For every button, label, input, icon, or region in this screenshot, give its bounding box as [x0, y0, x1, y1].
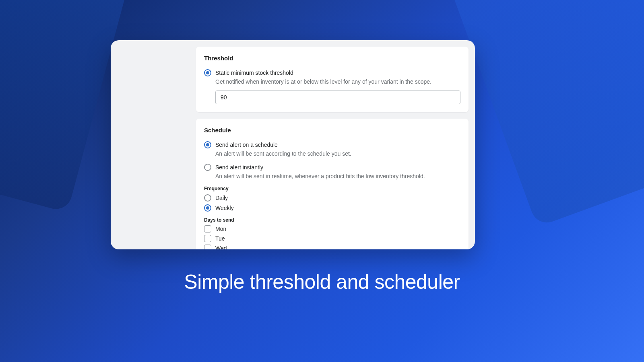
schedule-card: Schedule Send alert on a schedule An ale…	[196, 119, 469, 249]
day-mon-label: Mon	[215, 226, 226, 232]
threshold-title: Threshold	[204, 55, 460, 62]
schedule-instant-label: Send alert instantly	[215, 163, 460, 171]
frequency-weekly-option[interactable]: Weekly	[204, 204, 460, 212]
checkbox-icon[interactable]	[204, 235, 211, 242]
radio-icon[interactable]	[204, 69, 211, 76]
day-tue-option[interactable]: Tue	[204, 235, 460, 242]
radio-icon[interactable]	[204, 164, 211, 171]
app-window: Threshold Static minimum stock threshold…	[111, 40, 475, 249]
checkbox-icon[interactable]	[204, 225, 211, 232]
schedule-scheduled-label: Send alert on a schedule	[215, 141, 460, 149]
threshold-card: Threshold Static minimum stock threshold…	[196, 47, 469, 112]
threshold-input-wrapper	[215, 90, 460, 104]
day-tue-label: Tue	[215, 235, 225, 242]
frequency-daily-option[interactable]: Daily	[204, 194, 460, 202]
schedule-instant-description: An alert will be sent in realtime, whene…	[215, 172, 460, 180]
threshold-option-label: Static minimum stock threshold	[215, 69, 460, 77]
radio-icon[interactable]	[204, 204, 211, 212]
threshold-static-option[interactable]: Static minimum stock threshold Get notif…	[204, 69, 460, 86]
schedule-instant-content: Send alert instantly An alert will be se…	[215, 163, 460, 180]
checkbox-icon[interactable]	[204, 245, 211, 249]
radio-icon[interactable]	[204, 194, 211, 202]
schedule-scheduled-option[interactable]: Send alert on a schedule An alert will b…	[204, 141, 460, 158]
radio-icon[interactable]	[204, 141, 211, 148]
threshold-value-input[interactable]	[215, 90, 460, 104]
schedule-instant-option[interactable]: Send alert instantly An alert will be se…	[204, 163, 460, 180]
day-wed-label: Wed	[215, 245, 227, 249]
days-to-send-label: Days to send	[204, 217, 460, 223]
day-wed-option[interactable]: Wed	[204, 245, 460, 249]
frequency-label: Frequency	[204, 186, 460, 191]
schedule-scheduled-content: Send alert on a schedule An alert will b…	[215, 141, 460, 158]
marketing-tagline: Simple threshold and scheduler	[0, 270, 644, 294]
threshold-option-description: Get notified when inventory is at or bel…	[215, 78, 460, 86]
threshold-option-content: Static minimum stock threshold Get notif…	[215, 69, 460, 86]
day-mon-option[interactable]: Mon	[204, 225, 460, 232]
frequency-daily-label: Daily	[215, 195, 228, 201]
schedule-title: Schedule	[204, 127, 460, 134]
schedule-scheduled-description: An alert will be sent according to the s…	[215, 150, 460, 158]
frequency-weekly-label: Weekly	[215, 205, 234, 211]
